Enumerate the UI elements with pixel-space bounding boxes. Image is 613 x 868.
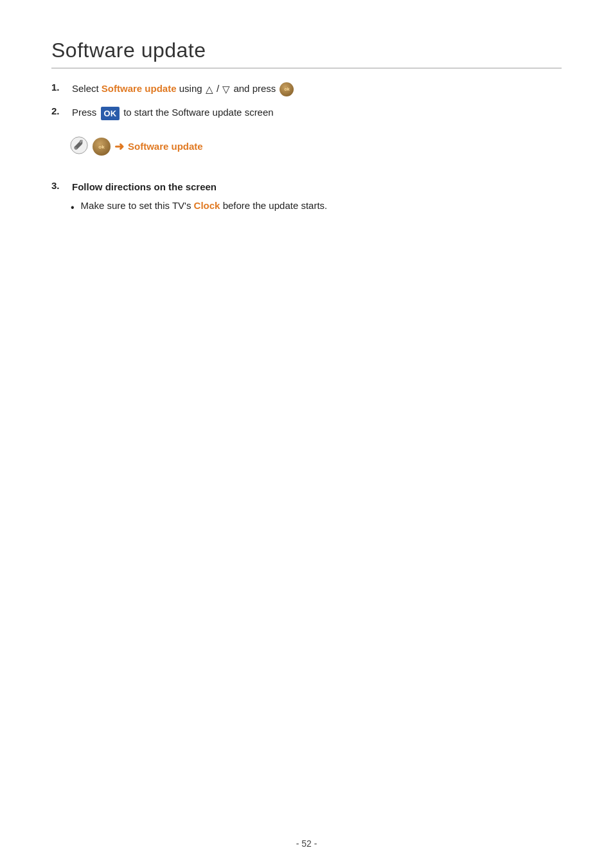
- steps-list: 1. Select Software update using △ / ▽ an…: [51, 82, 562, 195]
- page-number: - 52 -: [296, 838, 317, 849]
- clock-highlight: Clock: [194, 200, 220, 211]
- arrow-icon: ➜: [114, 140, 124, 154]
- separator: /: [214, 83, 222, 94]
- bullet-item: • Make sure to set this TV's Clock befor…: [71, 199, 562, 215]
- step-2-number: 2.: [51, 105, 69, 116]
- step-1: 1. Select Software update using △ / ▽ an…: [51, 82, 562, 96]
- step-3-content: Follow directions on the screen: [72, 180, 217, 195]
- step-3-text: Follow directions on the screen: [72, 181, 217, 192]
- nav-path-item: ➜ Software update: [51, 129, 562, 168]
- step-2-text-before: Press: [72, 107, 100, 118]
- setup-icon: [69, 136, 89, 157]
- page-footer: - 52 -: [0, 838, 613, 849]
- ok-button-inline: [280, 82, 294, 96]
- bullet-text-after: before the update starts.: [220, 200, 327, 211]
- step-2-text-after: to start the Software update screen: [121, 107, 274, 118]
- step-1-number: 1.: [51, 82, 69, 93]
- title-section: Software update: [51, 39, 562, 69]
- ok-button-nav: [93, 138, 111, 156]
- step-3: 3. Follow directions on the screen: [51, 180, 562, 195]
- step-2: 2. Press OK to start the Software update…: [51, 105, 562, 120]
- step-1-highlight: Software update: [102, 83, 177, 94]
- nav-path-label: Software update: [128, 141, 203, 152]
- page-container: Software update 1. Select Software updat…: [0, 0, 613, 267]
- bullet-text-before: Make sure to set this TV's: [81, 200, 194, 211]
- step-1-text-after: and press: [231, 83, 278, 94]
- step-1-text-middle: using: [177, 83, 205, 94]
- bullet-section: • Make sure to set this TV's Clock befor…: [71, 199, 562, 215]
- step-1-text-before: Select: [72, 83, 102, 94]
- nav-down-icon: ▽: [222, 84, 230, 95]
- nav-up-icon: △: [206, 84, 213, 95]
- bullet-content: Make sure to set this TV's Clock before …: [81, 199, 328, 213]
- navigation-path: ➜ Software update: [69, 136, 203, 157]
- page-title: Software update: [51, 39, 562, 62]
- svg-point-1: [75, 147, 77, 150]
- ok-box-label: OK: [101, 107, 120, 121]
- step-2-content: Press OK to start the Software update sc…: [72, 105, 274, 120]
- step-1-content: Select Software update using △ / ▽ and p…: [72, 82, 295, 96]
- step-3-number: 3.: [51, 180, 69, 191]
- bullet-dot: •: [71, 200, 75, 215]
